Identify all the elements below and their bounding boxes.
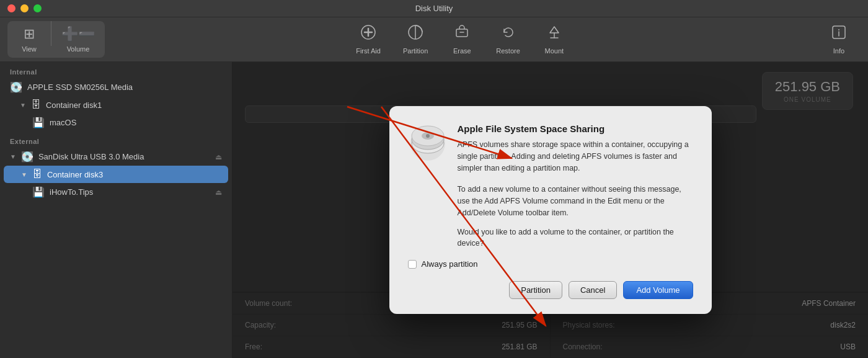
close-button[interactable] — [7, 4, 16, 12]
view-icon: ⊞ — [24, 26, 35, 42]
always-partition-checkbox[interactable] — [408, 260, 417, 269]
view-volume-group: ⊞ View ➕➖ Volume — [7, 21, 105, 58]
mount-label: Mount — [545, 47, 564, 55]
container-disk1-label: Container disk1 — [46, 101, 102, 110]
modal-body3: Would you like to add a volume to the co… — [458, 226, 693, 250]
apple-ssd-label: APPLE SSD SM0256L Media — [27, 83, 133, 92]
svg-point-8 — [838, 29, 839, 30]
volume-icon-macos: 💾 — [32, 117, 45, 128]
chevron-right-icon: ▼ — [21, 171, 27, 178]
modal-overlay: Apple File System Space Sharing APFS vol… — [232, 62, 868, 358]
title-bar: Disk Utility — [0, 0, 868, 17]
content-area: 251.95 GB ONE VOLUME Volume count: 1 Typ… — [232, 62, 868, 358]
maximize-button[interactable] — [33, 4, 42, 12]
sidebar: Internal 💽 APPLE SSD SM0256L Media ▼ 🗄 C… — [0, 62, 232, 358]
modal-dialog: Apple File System Space Sharing APFS vol… — [389, 106, 712, 314]
view-label: View — [22, 45, 37, 53]
info-label: Info — [833, 47, 844, 55]
disk-icon: 💽 — [10, 81, 22, 93]
chevron-down-icon: ▼ — [20, 102, 26, 109]
partition-button[interactable]: Partition — [393, 19, 438, 60]
first-aid-button[interactable]: First Aid — [346, 19, 391, 60]
sandisk-label: SanDisk Ultra USB 3.0 Media — [38, 152, 144, 161]
erase-label: Erase — [453, 47, 471, 55]
sidebar-item-container-disk3[interactable]: ▼ 🗄 Container disk3 — [4, 166, 228, 183]
sandisk-icon: 💽 — [21, 151, 33, 163]
chevron-down-icon-ext: ▼ — [10, 153, 16, 160]
modal-disk-icon — [408, 123, 448, 163]
sidebar-item-apple-ssd[interactable]: 💽 APPLE SSD SM0256L Media — [0, 78, 232, 96]
minimize-button[interactable] — [20, 4, 29, 12]
restore-label: Restore — [496, 47, 520, 55]
internal-header: Internal — [0, 62, 232, 78]
ihowto-label: iHowTo.Tips — [50, 187, 93, 197]
container-icon: 🗄 — [31, 99, 41, 110]
modal-title: Apple File System Space Sharing — [458, 123, 693, 134]
view-button[interactable]: ⊞ View — [7, 21, 51, 58]
external-header: External — [0, 132, 232, 148]
partition-label: Partition — [403, 47, 428, 55]
sidebar-item-sandisk[interactable]: ▼ 💽 SanDisk Ultra USB 3.0 Media ⏏ — [0, 148, 232, 166]
info-button[interactable]: Info — [817, 19, 861, 60]
volume-button[interactable]: ➕➖ Volume — [51, 21, 105, 58]
volume-icon: ➕➖ — [61, 26, 95, 42]
restore-button[interactable]: Restore — [486, 19, 530, 60]
erase-button[interactable]: Erase — [440, 19, 484, 60]
always-partition-row: Always partition — [408, 259, 693, 269]
add-volume-button[interactable]: Add Volume — [623, 281, 693, 299]
first-aid-label: First Aid — [356, 47, 381, 55]
modal-body2: To add a new volume to a container witho… — [458, 184, 693, 218]
modal-body: To add a new volume to a container witho… — [458, 184, 693, 249]
sidebar-item-macos[interactable]: 💾 macOS — [0, 114, 232, 132]
main-layout: Internal 💽 APPLE SSD SM0256L Media ▼ 🗄 C… — [0, 62, 868, 358]
modal-body1: APFS volumes share storage space within … — [458, 139, 693, 174]
erase-icon — [454, 24, 470, 44]
modal-header: Apple File System Space Sharing APFS vol… — [408, 123, 693, 174]
macos-label: macOS — [50, 118, 76, 127]
mount-button[interactable]: Mount — [533, 19, 576, 60]
container-disk3-label: Container disk3 — [47, 170, 103, 179]
toolbar: ⊞ View ➕➖ Volume First Aid — [0, 17, 868, 62]
mount-icon — [546, 24, 562, 44]
svg-point-15 — [426, 134, 430, 138]
traffic-lights — [7, 4, 42, 12]
eject-button-ihowto[interactable]: ⏏ — [215, 188, 222, 197]
volume-label: Volume — [67, 45, 90, 53]
svg-rect-3 — [456, 29, 467, 37]
partition-dialog-button[interactable]: Partition — [509, 281, 562, 299]
info-icon — [831, 24, 847, 44]
restore-icon — [500, 24, 516, 44]
ihowto-icon: 💾 — [32, 186, 45, 198]
app-title: Disk Utility — [415, 4, 453, 13]
always-partition-label[interactable]: Always partition — [422, 259, 478, 269]
modal-buttons: Partition Cancel Add Volume — [408, 281, 693, 299]
partition-icon — [407, 24, 423, 44]
toolbar-center: First Aid Partition Erase — [107, 19, 815, 60]
first-aid-icon — [360, 24, 376, 44]
container-disk3-icon: 🗄 — [32, 169, 42, 180]
cancel-dialog-button[interactable]: Cancel — [569, 281, 617, 299]
sidebar-item-container-disk1[interactable]: ▼ 🗄 Container disk1 — [0, 96, 232, 114]
modal-title-area: Apple File System Space Sharing APFS vol… — [458, 123, 693, 174]
eject-button[interactable]: ⏏ — [215, 153, 222, 161]
sidebar-item-ihowto[interactable]: 💾 iHowTo.Tips ⏏ — [0, 183, 232, 201]
